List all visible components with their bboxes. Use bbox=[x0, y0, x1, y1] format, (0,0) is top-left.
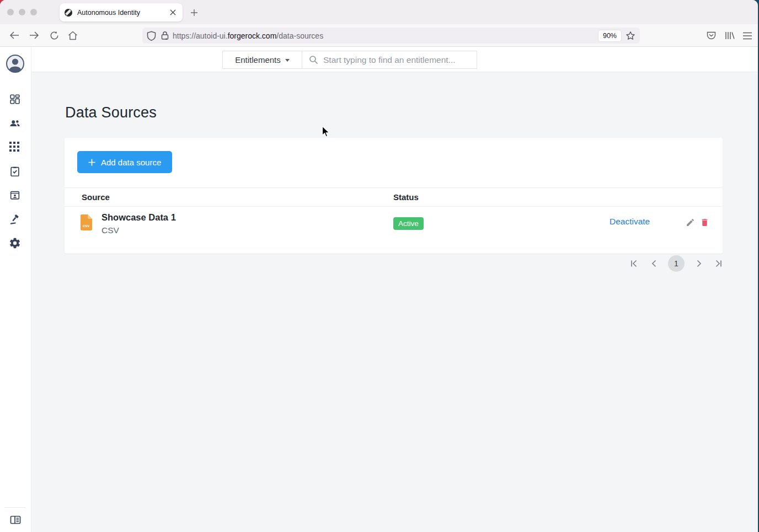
reload-button[interactable] bbox=[46, 28, 62, 43]
deactivate-link[interactable]: Deactivate bbox=[610, 217, 650, 227]
macos-close-button[interactable] bbox=[7, 9, 14, 15]
tab-close-icon[interactable] bbox=[167, 7, 178, 18]
entitlement-searchbox bbox=[302, 51, 477, 68]
home-button[interactable] bbox=[65, 28, 81, 43]
browser-window: Autonomous Identity bbox=[0, 0, 758, 532]
url-bar[interactable]: https://autoid-ui.forgerock.com/data-sou… bbox=[142, 28, 640, 44]
last-page-icon[interactable] bbox=[714, 259, 724, 268]
url-text: https://autoid-ui.forgerock.com/data-sou… bbox=[173, 31, 598, 40]
dashboard-icon[interactable] bbox=[9, 93, 21, 105]
first-page-icon[interactable] bbox=[629, 259, 639, 268]
macos-minimize-button[interactable] bbox=[19, 9, 25, 15]
search-control-group: Entitlements bbox=[222, 51, 477, 69]
context-dropdown[interactable]: Entitlements bbox=[223, 51, 302, 68]
data-source-name: Showcase Data 1 bbox=[101, 212, 176, 223]
library-icon[interactable] bbox=[724, 31, 735, 40]
svg-text:CSV: CSV bbox=[83, 224, 89, 228]
add-data-source-button[interactable]: Add data source bbox=[77, 151, 172, 173]
new-tab-button[interactable] bbox=[188, 6, 201, 19]
gavel-icon[interactable] bbox=[9, 213, 21, 225]
bookmark-star-icon[interactable] bbox=[626, 31, 635, 41]
column-header-status: Status bbox=[393, 192, 419, 202]
prev-page-icon[interactable] bbox=[649, 259, 659, 268]
pagination: 1 bbox=[629, 254, 724, 273]
edit-pencil-icon[interactable] bbox=[686, 218, 695, 227]
panel-toggle-icon[interactable] bbox=[10, 515, 21, 524]
sidebar-divider bbox=[4, 507, 26, 508]
data-source-type: CSV bbox=[101, 225, 119, 235]
browser-toolbar: https://autoid-ui.forgerock.com/data-sou… bbox=[0, 24, 758, 47]
toolbar-right-icons bbox=[706, 28, 752, 44]
user-avatar[interactable] bbox=[6, 55, 24, 73]
main-content: Data Sources Add data source Source Stat… bbox=[31, 72, 758, 532]
tracking-shield-icon[interactable] bbox=[147, 31, 156, 41]
browser-tab[interactable]: Autonomous Identity bbox=[60, 3, 183, 22]
page-title: Data Sources bbox=[65, 104, 157, 121]
back-button[interactable] bbox=[7, 28, 22, 43]
chevron-down-icon bbox=[285, 59, 290, 62]
delete-trash-icon[interactable] bbox=[700, 218, 709, 227]
pocket-icon[interactable] bbox=[706, 30, 717, 41]
data-sources-card: Add data source Source Status CSV Showca… bbox=[65, 138, 723, 254]
context-dropdown-label: Entitlements bbox=[235, 55, 281, 65]
settings-gear-icon[interactable] bbox=[9, 237, 21, 249]
connection-lock-icon[interactable] bbox=[161, 31, 169, 40]
forward-button[interactable] bbox=[26, 28, 42, 43]
macos-zoom-button[interactable] bbox=[30, 9, 37, 15]
hamburger-menu-icon[interactable] bbox=[742, 32, 752, 40]
users-icon[interactable] bbox=[9, 117, 21, 130]
csv-file-icon: CSV bbox=[81, 214, 93, 230]
apps-grid-icon[interactable] bbox=[9, 141, 21, 153]
status-badge: Active bbox=[393, 217, 424, 230]
current-page-indicator[interactable]: 1 bbox=[668, 255, 685, 272]
column-header-source: Source bbox=[82, 192, 110, 202]
table-row: CSV Showcase Data 1 CSV Active Deactivat… bbox=[65, 207, 723, 253]
forgerock-favicon bbox=[64, 8, 73, 17]
plus-icon bbox=[88, 159, 95, 166]
search-icon bbox=[309, 55, 318, 65]
app-top-bar: Entitlements bbox=[31, 47, 758, 72]
id-badge-icon[interactable] bbox=[9, 189, 21, 201]
next-page-icon[interactable] bbox=[694, 259, 704, 268]
tasks-check-icon[interactable] bbox=[9, 165, 21, 178]
zoom-level-indicator[interactable]: 90% bbox=[598, 30, 621, 41]
table-header: Source Status bbox=[65, 187, 723, 207]
app-sidebar bbox=[0, 47, 31, 532]
browser-tab-bar: Autonomous Identity bbox=[0, 0, 758, 24]
search-input[interactable] bbox=[323, 55, 477, 65]
tab-title: Autonomous Identity bbox=[77, 9, 167, 17]
